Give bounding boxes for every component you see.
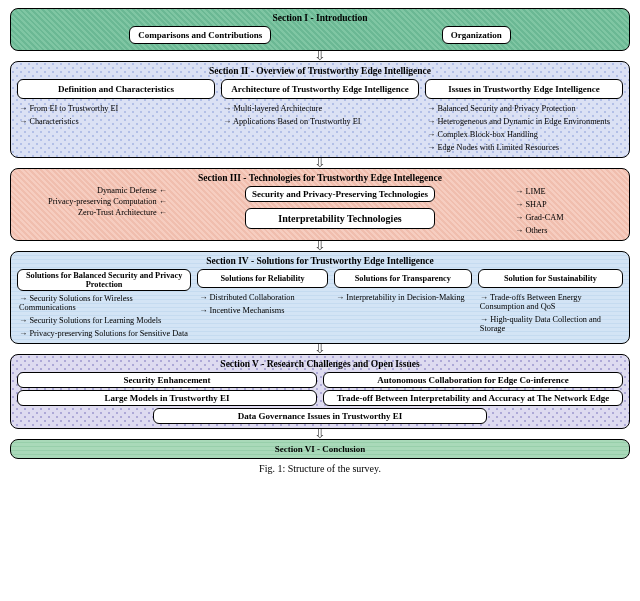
s4-c1-i2: Security Solutions for Learning Models (17, 315, 191, 326)
s3-box-security: Security and Privacy-Preserving Technolo… (245, 186, 435, 202)
s3-l1: Dynamic Defense (97, 186, 157, 195)
s3-l2: Privacy-preserving Computation (48, 197, 157, 206)
arrow-down-icon: ⇩ (314, 344, 326, 354)
section-4-panel: Section IV - Solutions for Trustworthy E… (10, 251, 630, 344)
s4-c4-i2: High-quality Data Collection and Storage (478, 314, 623, 334)
s2-c1-i1: From EI to Trustworthy EI (17, 103, 215, 114)
arrow-down-icon: ⇩ (314, 158, 326, 168)
section-5-panel: Section V - Research Challenges and Open… (10, 354, 630, 429)
s3-l3: Zero-Trust Architecture (78, 208, 157, 217)
s4-c3-h: Solutions for Transparency (334, 269, 472, 288)
section-3-title: Section III - Technologies for Trustwort… (17, 173, 623, 183)
s2-c2-i1: Multi-layered Architecture (221, 103, 419, 114)
s5-d: Trade-off Between Interpretability and A… (323, 390, 623, 406)
s5-b: Autonomous Collaboration for Edge Co-inf… (323, 372, 623, 388)
arrow-down-icon: ⇩ (314, 429, 326, 439)
s3-r4: Others (513, 225, 623, 236)
s4-c1-i1: Security Solutions for Wireless Communic… (17, 293, 191, 313)
section-1-panel: Section I - Introduction Comparisons and… (10, 8, 630, 51)
s2-c3-i4: Edge Nodes with Limited Resources (425, 142, 623, 153)
s2-c3-i3: Complex Block-box Handling (425, 129, 623, 140)
s2-c2-i2: Applications Based on Trustworthy EI (221, 116, 419, 127)
s3-box-interpret: Interpretability Technologies (245, 208, 435, 229)
section-2-panel: Section II - Overview of Trustworthy Edg… (10, 61, 630, 158)
s3-r1: LIME (513, 186, 623, 197)
s4-c4-h: Solution for Sustainability (478, 269, 623, 288)
s4-c2-i2: Incentive Mechanisms (197, 305, 328, 316)
s4-c2-i1: Distributed Collaboration (197, 292, 328, 303)
s4-c2-h: Solutions for Reliability (197, 269, 328, 288)
section-6-title: Section VI - Conclusion (17, 444, 623, 454)
s4-c1-i3: Privacy-preserving Solutions for Sensiti… (17, 328, 191, 339)
s5-e: Data Governance Issues in Trustworthy EI (153, 408, 486, 424)
s2-c1-i2: Characteristics (17, 116, 215, 127)
section-1-title: Section I - Introduction (17, 13, 623, 23)
s5-c: Large Models in Trustworthy EI (17, 390, 317, 406)
s4-c3-i1: Interpretability in Decision-Making (334, 292, 472, 303)
box-organization: Organization (442, 26, 511, 44)
s4-c1-h: Solutions for Balanced Security and Priv… (17, 269, 191, 291)
section-6-panel: Section VI - Conclusion (10, 439, 630, 459)
s4-c4-i1: Trade-offs Between Energy Consumption an… (478, 292, 623, 312)
s2-c3-i2: Heterogeneous and Dynamic in Edge Enviro… (425, 116, 623, 127)
s2-col2-head: Architecture of Trustworthy Edge Intelli… (221, 79, 419, 99)
s3-r3: Grad-CAM (513, 212, 623, 223)
arrow-down-icon: ⇩ (314, 51, 326, 61)
s2-c3-i1: Balanced Security and Privacy Protection (425, 103, 623, 114)
section-3-panel: Section III - Technologies for Trustwort… (10, 168, 630, 241)
s2-col3-head: Issues in Trustworthy Edge Intelligence (425, 79, 623, 99)
s5-a: Security Enhancement (17, 372, 317, 388)
s2-col1-head: Definition and Characteristics (17, 79, 215, 99)
box-comparisons: Comparisons and Contributions (129, 26, 271, 44)
section-4-title: Section IV - Solutions for Trustworthy E… (17, 256, 623, 266)
section-2-title: Section II - Overview of Trustworthy Edg… (17, 66, 623, 76)
s3-r2: SHAP (513, 199, 623, 210)
figure-caption: Fig. 1: Structure of the survey. (259, 463, 381, 474)
section-5-title: Section V - Research Challenges and Open… (17, 359, 623, 369)
arrow-down-icon: ⇩ (314, 241, 326, 251)
